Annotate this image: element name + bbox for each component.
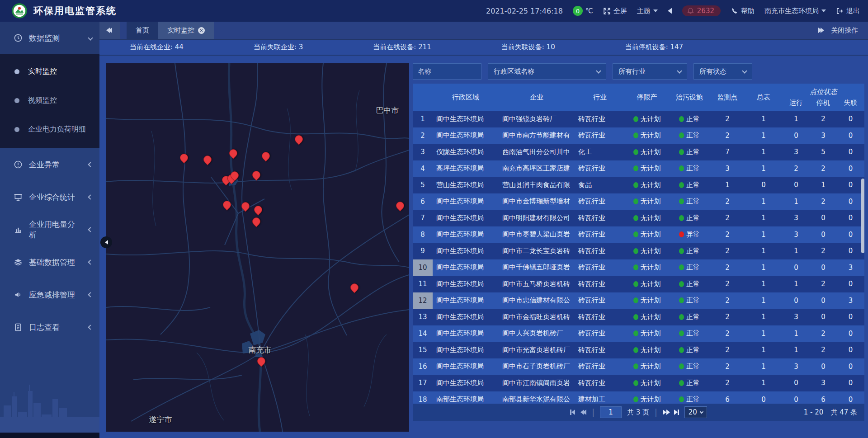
help-button[interactable]: 帮助 (731, 7, 755, 15)
cell-monitor-points: 2 (710, 309, 745, 325)
sidebar-subitem[interactable]: 视频监控 (0, 86, 99, 115)
column-header[interactable]: 总表 (745, 84, 783, 111)
notification-count: 2632 (697, 7, 714, 15)
tab-close-icon[interactable]: ✕ (198, 27, 205, 34)
notification-badge[interactable]: 2632 (682, 5, 721, 16)
table-row[interactable]: 10 阆中生态环境局 阆中千佛镇五郎垭页岩 砖瓦行业 无计划 正常 2 1 0 … (413, 259, 864, 276)
status-filter-select[interactable]: 所有状态 (693, 63, 752, 80)
sound-toggle[interactable] (668, 8, 672, 14)
cell-total-meters: 1 (745, 210, 783, 226)
name-filter-input[interactable] (413, 63, 481, 80)
table-row[interactable]: 9 阆中生态环境局 阆中市二龙长宝页岩砖 砖瓦行业 无计划 正常 2 1 1 2… (413, 243, 864, 259)
cell-monitor-points: 2 (710, 210, 745, 226)
cell-total-meters: 1 (745, 325, 783, 342)
cell-running: 0 (783, 375, 810, 391)
cell-stopped: 6 (810, 391, 837, 404)
table-row[interactable]: 8 阆中生态环境局 阆中市枣碧大梁山页岩 砖瓦行业 无计划 异常 2 1 3 0… (413, 226, 864, 243)
table-row[interactable]: 13 阆中生态环境局 阆中市金福旺页岩机砖 砖瓦行业 无计划 正常 2 1 3 … (413, 309, 864, 325)
sidebar-item-label: 数据监测 (29, 33, 82, 43)
cell-industry: 建材加工 (575, 391, 625, 404)
cell-limit-production: 无计划 (625, 210, 669, 226)
column-header[interactable]: 监测点 (710, 84, 745, 111)
alert-icon (14, 160, 23, 169)
status-dot (679, 165, 684, 171)
table-scrollbar[interactable] (861, 179, 864, 253)
table-row[interactable]: 2 阆中生态环境局 阆中市南方节能建材有 砖瓦行业 无计划 正常 2 1 0 3… (413, 127, 864, 144)
next-page-button[interactable] (663, 410, 669, 415)
cell-monitor-points: 2 (710, 259, 745, 276)
prev-page-button[interactable] (580, 410, 586, 415)
sidebar-subitem[interactable]: 企业电力负荷明细 (0, 115, 99, 144)
user-org-dropdown[interactable]: 南充市生态环境局 (764, 7, 826, 15)
cell-running: 0 (783, 127, 810, 144)
city-skyline-decoration (0, 374, 99, 433)
sidebar-item-6[interactable]: 日志查看 (0, 311, 99, 344)
cell-limit-production: 无计划 (625, 127, 669, 144)
region-filter-select[interactable]: 行政区域名称 (488, 63, 606, 80)
sidebar-item-0[interactable]: 数据监测 (0, 22, 99, 54)
table-row[interactable]: 7 阆中生态环境局 阆中明阳建材有限公司 砖瓦行业 无计划 正常 2 1 3 0… (413, 210, 864, 226)
column-header[interactable]: 行业 (575, 84, 625, 111)
megaphone-icon (14, 290, 23, 299)
stat-label: 当前在线设备: (373, 43, 418, 51)
sidebar-item-3[interactable]: 企业用电量分析 (0, 213, 99, 246)
page-size-select[interactable]: 20 (684, 406, 707, 418)
first-page-button[interactable] (570, 410, 575, 415)
sidebar-group: 应急减排管理 (0, 278, 99, 311)
table-row[interactable]: 15 阆中生态环境局 阆中市光富页岩机砖厂 砖瓦行业 无计划 正常 2 1 1 … (413, 342, 864, 358)
table-row[interactable]: 4 高坪生态环境局 南充市高坪区王家店建 砖瓦行业 无计划 正常 3 1 2 2… (413, 160, 864, 177)
table-row[interactable]: 11 阆中生态环境局 阆中市五马桥页岩机砖 砖瓦行业 无计划 正常 2 1 1 … (413, 276, 864, 292)
table-row[interactable]: 17 阆中生态环境局 阆中市江南镇阆南页岩 砖瓦行业 无计划 正常 2 1 0 … (413, 375, 864, 391)
close-operations-dropdown[interactable]: 关闭操作 (831, 26, 858, 35)
temperature-unit: ℃ (585, 7, 593, 15)
sidebar-item-4[interactable]: 基础数据管理 (0, 246, 99, 278)
tabs-scroll-left-button[interactable] (99, 22, 120, 39)
table-row[interactable]: 12 阆中生态环境局 阆中市忠信建材有限公 砖瓦行业 无计划 正常 2 1 0 … (413, 292, 864, 309)
sidebar-item-1[interactable]: 企业异常 (0, 148, 99, 181)
cell-region: 阆中生态环境局 (433, 259, 499, 276)
sidebar-item-2[interactable]: 企业综合统计 (0, 181, 99, 213)
industry-filter-select[interactable]: 所有行业 (613, 63, 687, 80)
theme-dropdown[interactable]: 主题 (637, 7, 658, 15)
fullscreen-button[interactable]: 全屏 (603, 7, 627, 15)
tab-1[interactable]: 实时监控 ✕ (158, 22, 214, 39)
column-subheader[interactable]: 失联 (837, 97, 864, 111)
table-row[interactable]: 14 阆中生态环境局 阆中大兴页岩机砖厂 砖瓦行业 无计划 正常 2 1 1 2… (413, 325, 864, 342)
cell-total-meters: 0 (745, 177, 783, 193)
cell-offline: 0 (837, 226, 864, 243)
cell-running: 2 (783, 160, 810, 177)
sidebar-item-5[interactable]: 应急减排管理 (0, 278, 99, 311)
column-subheader[interactable]: 停机 (810, 97, 837, 111)
map-roads-layer (106, 63, 409, 432)
table-row[interactable]: 6 阆中生态环境局 阆中市金博瑞新型墙材 砖瓦行业 无计划 正常 2 1 1 2… (413, 193, 864, 210)
column-header[interactable]: 行政区域 (433, 84, 499, 111)
stat-label: 当前停机设备: (625, 43, 670, 51)
tabs-scroll-right-button[interactable] (818, 28, 823, 33)
cell-running: 1 (783, 243, 810, 259)
map-panel[interactable]: 巴中市南充市遂宁市 (106, 63, 409, 432)
table-row[interactable]: 3 仪陇生态环境局 西南油气田分公司川中 化工 无计划 正常 7 1 3 5 0 (413, 144, 864, 160)
chevron-left-icon (88, 292, 93, 297)
column-subheader[interactable]: 运行 (783, 97, 810, 111)
tab-0[interactable]: 首页 (127, 22, 158, 39)
cell-monitor-points: 1 (710, 177, 745, 193)
table-row[interactable]: 18 南部生态环境局 南部县新华水泥有限公 建材加工 无计划 正常 6 0 0 … (413, 391, 864, 404)
page-number-input[interactable] (600, 406, 622, 418)
cell-company: 西南油气田分公司川中 (499, 144, 575, 160)
logout-button[interactable]: 退出 (836, 7, 860, 15)
column-header[interactable]: 企业 (499, 84, 575, 111)
cell-stopped: 0 (810, 358, 837, 375)
table-row[interactable]: 16 阆中生态环境局 阆中市石子页岩机砖厂 砖瓦行业 无计划 正常 2 1 3 … (413, 358, 864, 375)
cell-company: 阆中市光富页岩机砖厂 (499, 342, 575, 358)
table-row[interactable]: 1 阆中生态环境局 阆中强锐页岩砖厂 砖瓦行业 无计划 正常 2 1 1 2 0 (413, 111, 864, 127)
status-dot (679, 132, 684, 138)
table-row[interactable]: 5 营山生态环境局 营山县润丰肉食品有限 食品 无计划 正常 1 0 0 1 0 (413, 177, 864, 193)
cell-running: 0 (783, 292, 810, 309)
column-header[interactable]: 治污设施 (669, 84, 710, 111)
cell-pollution-facility: 正常 (669, 358, 710, 375)
map-collapse-toggle[interactable] (100, 236, 112, 248)
last-page-button[interactable] (674, 410, 679, 415)
tab-label: 实时监控 (167, 26, 194, 35)
column-header[interactable]: 停限产 (625, 84, 669, 111)
sidebar-subitem[interactable]: 实时监控 (0, 57, 99, 86)
